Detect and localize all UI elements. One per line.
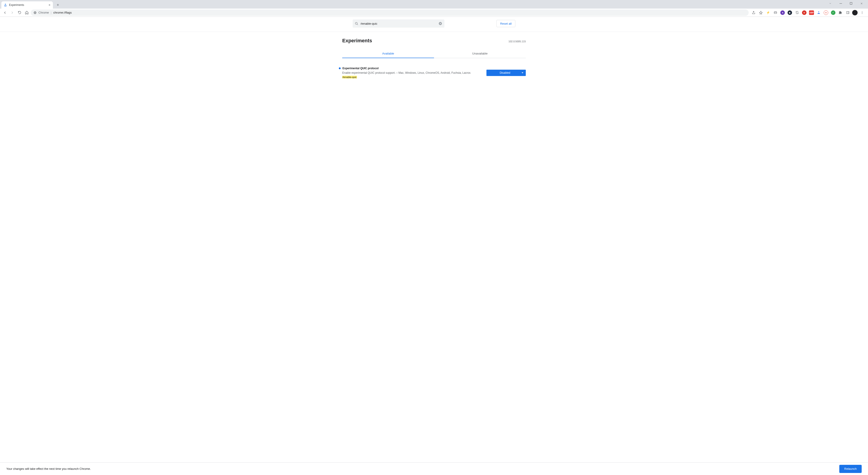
flags-page: Reset all Experiments 102.0.5005.115 Ava… (0, 17, 868, 475)
search-icon (355, 22, 358, 25)
puzzle-icon[interactable] (838, 10, 843, 16)
version-label: 102.0.5005.115 (508, 40, 526, 43)
tab-bar: Available Unavailable (342, 49, 526, 58)
share-icon[interactable] (751, 10, 756, 16)
flag-hash: #enable-quic (342, 76, 357, 79)
minimize-button[interactable] (835, 0, 846, 7)
window-controls (825, 0, 867, 8)
reset-all-button[interactable]: Reset all (496, 20, 516, 27)
svg-rect-3 (774, 12, 776, 13)
relaunch-bar: Your changes will take effect the next t… (0, 462, 868, 475)
maximize-button[interactable] (846, 0, 856, 7)
back-button[interactable] (2, 9, 8, 16)
browser-tab[interactable]: Experiments (1, 1, 53, 8)
url-path: chrome://flags (53, 11, 72, 14)
reload-button[interactable] (16, 9, 23, 16)
tab-unavailable[interactable]: Unavailable (434, 49, 526, 58)
svg-rect-0 (839, 3, 842, 4)
flask-icon (4, 3, 7, 7)
tab-available[interactable]: Available (342, 49, 434, 58)
kebab-menu-icon[interactable] (860, 10, 865, 16)
page-title: Experiments (342, 38, 372, 43)
star-icon[interactable] (758, 10, 764, 16)
orange-a-icon[interactable]: A (823, 10, 829, 16)
flag-description: Enable experimental QUIC protocol suppor… (342, 71, 475, 75)
search-row: Reset all (0, 17, 868, 32)
dark-ext-icon[interactable]: ◐ (787, 10, 793, 16)
sync-icon[interactable] (794, 10, 800, 16)
tab-title: Experiments (9, 3, 24, 6)
wallet-icon[interactable] (773, 10, 778, 16)
new-tab-button[interactable]: + (55, 2, 61, 8)
flag-state-select[interactable]: Disabled (487, 70, 526, 76)
svg-point-4 (818, 11, 819, 12)
search-box[interactable] (352, 20, 444, 28)
svg-point-8 (862, 13, 862, 13)
tab-strip: Experiments + (0, 0, 868, 8)
red-ext-icon[interactable]: D (802, 10, 807, 16)
relaunch-button[interactable]: Relaunch (839, 465, 862, 473)
globe-icon (33, 11, 37, 14)
purple-ext-icon[interactable]: ʀ (780, 10, 785, 16)
url-divider: | (51, 11, 51, 14)
relaunch-message: Your changes will take effect the next t… (6, 467, 91, 471)
abp-ext-icon[interactable]: ABP (809, 10, 814, 16)
url-prefix: Chrome (38, 11, 49, 14)
svg-point-7 (862, 12, 862, 13)
changed-indicator-icon (339, 67, 341, 69)
close-icon[interactable] (49, 4, 51, 6)
home-button[interactable] (24, 9, 30, 16)
clear-search-icon[interactable] (438, 22, 442, 25)
forward-button (9, 9, 16, 16)
svg-point-9 (355, 22, 358, 24)
svg-point-6 (862, 11, 862, 12)
flag-title: Experimental QUIC protocol (342, 67, 379, 70)
chevron-down-icon[interactable] (825, 0, 835, 7)
extension-area: ⚡ ʀ ◐ D ABP A ✓ (749, 10, 866, 16)
green-check-icon[interactable]: ✓ (831, 10, 836, 16)
flag-item: Experimental QUIC protocol Enable experi… (342, 58, 526, 79)
blue-ext-icon[interactable] (816, 10, 822, 16)
bolt-icon[interactable]: ⚡ (765, 10, 771, 16)
avatar[interactable] (852, 10, 858, 16)
search-input[interactable] (361, 22, 436, 25)
address-bar[interactable]: Chrome | chrome://flags (31, 9, 749, 16)
nav-toolbar: Chrome | chrome://flags ⚡ ʀ ◐ D ABP A ✓ (0, 8, 868, 17)
close-window-button[interactable] (856, 0, 867, 7)
svg-rect-1 (850, 2, 852, 4)
panel-icon[interactable] (845, 10, 850, 16)
svg-rect-5 (846, 11, 849, 14)
content-column: Experiments 102.0.5005.115 Available Una… (342, 32, 526, 88)
